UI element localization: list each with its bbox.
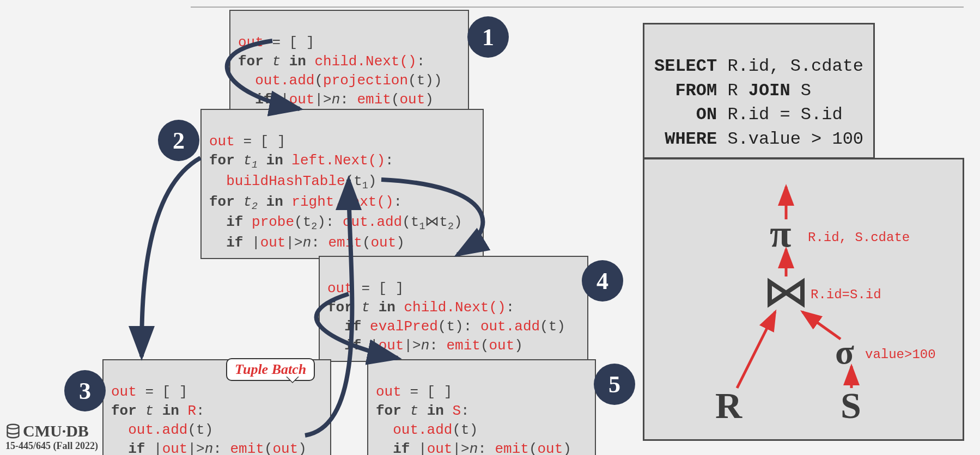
db-icon: [5, 423, 21, 439]
sql-box: SELECT R.id, S.cdate FROM R JOIN S ON R.…: [643, 23, 875, 159]
top-rule: [191, 7, 964, 8]
op-box-projection: out = [ ] for t in child.Next(): out.add…: [229, 10, 469, 116]
badge-5: 5: [594, 364, 635, 405]
sigma-label: value>100: [865, 347, 936, 362]
badge-2: 2: [158, 120, 199, 161]
join-label: R.id=S.id: [811, 287, 881, 302]
sigma-symbol: σ: [835, 333, 854, 371]
footer: CMU·DB 15-445/645 (Fall 2022): [5, 422, 98, 452]
course-label: 15-445/645 (Fall 2022): [5, 440, 98, 452]
join-symbol: [770, 282, 802, 304]
brand: CMU·DB: [5, 422, 98, 440]
callout-tuple-batch: Tuple Batch: [226, 358, 315, 381]
badge-3: 3: [64, 370, 106, 411]
pi-label: R.id, S.cdate: [808, 230, 910, 245]
badge-4: 4: [582, 260, 623, 302]
badge-1: 1: [467, 16, 509, 58]
svg-point-5: [8, 425, 19, 429]
op-box-scan-s: out = [ ] for t in S: out.add(t) if |out…: [367, 359, 596, 455]
op-box-hashjoin: out = [ ] for t1 in left.Next(): buildHa…: [200, 109, 484, 259]
relation-s: S: [841, 385, 861, 426]
svg-line-2: [737, 312, 775, 388]
relation-r: R: [715, 385, 742, 426]
plan-box: π R.id, S.cdate R.id=S.id σ value>100 R …: [643, 158, 964, 441]
pi-symbol: π: [770, 212, 791, 255]
op-box-filter: out = [ ] for t in child.Next(): if eval…: [319, 256, 588, 362]
